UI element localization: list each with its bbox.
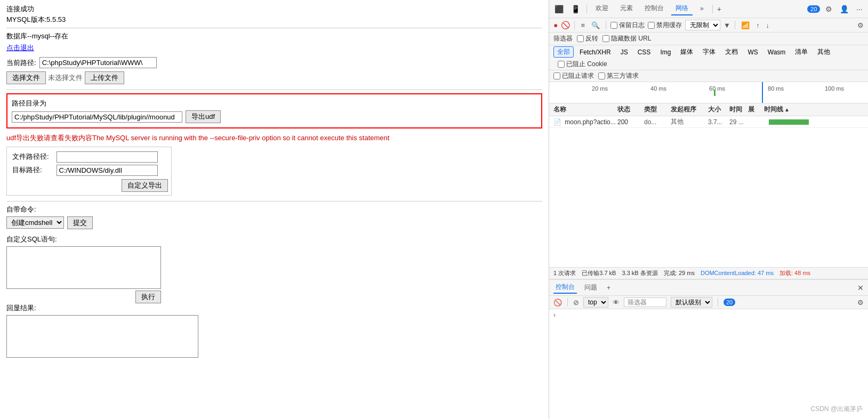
timeline-marker-line xyxy=(762,82,763,103)
type-btn-js[interactable]: JS xyxy=(617,47,632,57)
type-btn-font[interactable]: 字体 xyxy=(699,46,719,58)
timeline-bar: 20 ms 40 ms 60 ms 80 ms 100 ms xyxy=(549,82,868,103)
tab-network[interactable]: 网络 xyxy=(671,2,693,15)
sort-arrow-icon[interactable]: ▲ xyxy=(784,107,790,112)
type-btn-css[interactable]: CSS xyxy=(634,47,655,57)
current-path-input[interactable] xyxy=(39,57,157,68)
console-settings-icon[interactable]: ⚙ xyxy=(857,299,864,307)
export-udf-button[interactable]: 导出udf xyxy=(186,110,221,123)
throttle-select[interactable]: 无限制 xyxy=(685,20,720,30)
header-timeline-label: 时间线 xyxy=(764,105,783,114)
console-tab-console[interactable]: 控制台 xyxy=(553,281,577,294)
custom-sql-label: 自定义SQL语句: xyxy=(6,235,542,244)
console-tab-issues[interactable]: 问题 xyxy=(582,282,599,293)
timeline-100ms: 100 ms xyxy=(805,84,864,92)
status-loaded: 加载: 48 ms xyxy=(779,270,810,276)
type-btn-manifest[interactable]: 清单 xyxy=(791,46,811,58)
type-btn-img[interactable]: Img xyxy=(656,47,674,57)
block-cookies-label[interactable]: 已阻止 Cookie xyxy=(558,60,607,69)
current-path-row: 当前路径: xyxy=(6,57,542,68)
file-path-section: 文件路径径: 目标路径: 自定义导出 xyxy=(6,147,172,196)
disable-cache-checkbox[interactable] xyxy=(648,22,655,29)
wifi-icon[interactable]: 📶 xyxy=(740,21,751,30)
tab-console[interactable]: 控制台 xyxy=(640,2,668,15)
type-btn-media[interactable]: 媒体 xyxy=(677,46,697,58)
devtools-bottom: 控制台 问题 + ✕ 🚫 ⊘ top 👁 默认级别 20 ⚙ › xyxy=(549,279,868,419)
console-tab-bar: 控制台 问题 + ✕ xyxy=(549,280,868,296)
exec-button[interactable]: 执行 xyxy=(135,291,161,303)
custom-export-btn-row: 自定义导出 xyxy=(10,177,168,192)
select-file-button[interactable]: 选择文件 xyxy=(6,71,46,84)
network-toolbar: ● 🚫 ≡ 🔍 保留日志 禁用缓存 无限制 ▼ 📶 ↑ ↓ ⚙ xyxy=(549,18,868,33)
console-top-select[interactable]: top xyxy=(583,297,608,308)
tab-welcome[interactable]: 欢迎 xyxy=(591,2,613,15)
sql-textarea[interactable] xyxy=(6,246,161,289)
search-icon[interactable]: 🔍 xyxy=(590,21,601,30)
hide-data-url-checkbox[interactable] xyxy=(602,35,609,42)
preserve-log-checkbox[interactable] xyxy=(610,22,617,29)
console-block-icon[interactable]: ⊘ xyxy=(573,299,579,307)
console-toolbar: 🚫 ⊘ top 👁 默认级别 20 ⚙ xyxy=(549,296,868,309)
click-exit-link[interactable]: 点击退出 xyxy=(6,43,34,53)
console-filter-input[interactable] xyxy=(624,297,666,307)
blocked-requests-label[interactable]: 已阻止请求 xyxy=(553,71,594,80)
type-btn-fetch-xhr[interactable]: Fetch/XHR xyxy=(576,47,615,57)
file-path-row: 文件路径径: xyxy=(10,150,168,164)
target-path-label: 目标路径: xyxy=(10,164,54,177)
add-tab-button[interactable]: + xyxy=(717,5,721,13)
import-icon[interactable]: ↑ xyxy=(754,21,761,30)
console-clear-icon[interactable]: 🚫 xyxy=(553,299,562,307)
type-btn-other[interactable]: 其他 xyxy=(814,46,834,58)
type-filters-row: 全部 Fetch/XHR JS CSS Img 媒体 字体 文档 WS Wasm… xyxy=(549,45,868,70)
devtools-badge: 20 xyxy=(807,5,820,13)
file-icon: 📄 xyxy=(553,118,561,126)
devtools-mobile-icon[interactable]: 📱 xyxy=(569,4,582,14)
custom-export-button[interactable]: 自定义导出 xyxy=(122,179,168,192)
preserve-log-checkbox-label[interactable]: 保留日志 xyxy=(610,21,645,30)
status-dom-content-loaded: DOMContentLoaded: 47 ms xyxy=(701,270,774,276)
target-path-input[interactable] xyxy=(57,165,158,176)
upload-file-button[interactable]: 上传文件 xyxy=(85,71,124,84)
invert-checkbox-label[interactable]: 反转 xyxy=(577,34,598,43)
preserve-log-label: 保留日志 xyxy=(619,21,645,30)
network-row-0[interactable]: 📄 moon.php?actio... 200 do... 其他 3.7... … xyxy=(549,116,868,128)
console-level-select[interactable]: 默认级别 xyxy=(671,297,712,308)
file-path-label: 文件路径径: xyxy=(10,150,54,164)
throttle-dropdown-icon[interactable]: ▼ xyxy=(724,21,730,29)
filter-icon[interactable]: ≡ xyxy=(579,21,586,30)
tab-elements[interactable]: 元素 xyxy=(616,2,637,15)
devtools-cursor-icon[interactable]: ⬛ xyxy=(552,4,566,14)
third-party-label[interactable]: 第三方请求 xyxy=(598,71,639,80)
type-btn-wasm[interactable]: Wasm xyxy=(764,47,790,57)
devtools-more-icon[interactable]: ··· xyxy=(854,4,865,14)
path-dir-input[interactable] xyxy=(12,111,182,123)
record-button[interactable]: ● xyxy=(553,21,558,29)
type-btn-all[interactable]: 全部 xyxy=(553,46,574,58)
blocked-requests-checkbox[interactable] xyxy=(553,72,560,79)
export-icon[interactable]: ↓ xyxy=(764,21,771,30)
console-eye-icon[interactable]: 👁 xyxy=(613,299,620,307)
cmd-submit-button[interactable]: 提交 xyxy=(67,216,93,229)
hide-data-url-checkbox-label[interactable]: 隐藏数据 URL xyxy=(602,34,651,43)
devtools-profile-icon[interactable]: 👤 xyxy=(838,4,851,14)
block-cookies-checkbox[interactable] xyxy=(558,61,565,68)
console-close-button[interactable]: ✕ xyxy=(857,284,864,292)
third-party-checkbox[interactable] xyxy=(598,72,605,79)
dom-content-loaded-marker xyxy=(714,90,716,96)
cmd-select[interactable]: 创建cmdshell xyxy=(6,216,64,229)
invert-checkbox[interactable] xyxy=(577,35,584,42)
file-path-input[interactable] xyxy=(57,151,158,163)
row-time-0: 29 ... xyxy=(729,118,748,126)
file-path-table: 文件路径径: 目标路径: xyxy=(10,150,168,177)
status-requests: 1 次请求 xyxy=(553,270,576,276)
console-tab-add[interactable]: + xyxy=(605,283,613,293)
mysql-version: MYSQL版本:5.5.53 xyxy=(6,15,542,25)
devtools-settings-icon[interactable]: ⚙ xyxy=(823,4,834,14)
clear-button[interactable]: 🚫 xyxy=(561,21,570,29)
disable-cache-checkbox-label[interactable]: 禁用缓存 xyxy=(648,21,682,30)
type-btn-doc[interactable]: 文档 xyxy=(721,46,742,58)
console-content: › xyxy=(549,309,868,419)
tab-more[interactable]: » xyxy=(696,3,708,15)
type-btn-ws[interactable]: WS xyxy=(744,47,761,57)
network-settings-icon[interactable]: ⚙ xyxy=(857,21,864,29)
